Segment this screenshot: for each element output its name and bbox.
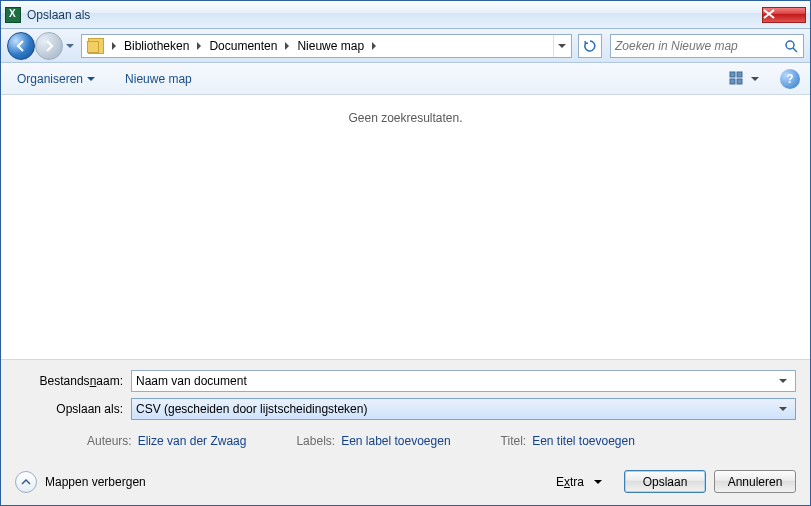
chevron-down-icon (594, 478, 602, 486)
labels-value[interactable]: Een label toevoegen (341, 434, 450, 448)
chevron-right-icon (370, 42, 378, 50)
filename-label: Bestandsnaam: (15, 374, 131, 388)
save-button[interactable]: Opslaan (624, 470, 706, 493)
chevron-down-icon (751, 75, 759, 83)
save-as-dialog: Opslaan als Bibliotheken Documenten Nieu… (0, 0, 811, 506)
new-folder-button[interactable]: Nieuwe map (119, 68, 198, 90)
saveas-value: CSV (gescheiden door lijstscheidingsteke… (136, 402, 775, 416)
breadcrumb-nieuwe-map[interactable]: Nieuwe map (293, 35, 368, 57)
cancel-button-label: Annuleren (728, 475, 783, 489)
help-icon: ? (786, 72, 793, 86)
close-icon (763, 9, 775, 19)
labels-label: Labels: (296, 434, 335, 448)
svg-rect-2 (730, 72, 735, 77)
authors-meta: Auteurs: Elize van der Zwaag (87, 434, 246, 448)
filename-input[interactable] (136, 374, 775, 388)
svg-line-1 (793, 48, 797, 52)
authors-value[interactable]: Elize van der Zwaag (138, 434, 247, 448)
chevron-down-icon (779, 377, 787, 385)
new-folder-label: Nieuwe map (125, 72, 192, 86)
labels-meta: Labels: Een label toevoegen (296, 434, 450, 448)
saveas-dropdown[interactable] (775, 405, 791, 413)
address-bar[interactable]: Bibliotheken Documenten Nieuwe map (81, 34, 572, 58)
breadcrumb-label: Nieuwe map (297, 39, 364, 53)
title-value[interactable]: Een titel toevoegen (532, 434, 635, 448)
recent-locations-dropdown[interactable] (63, 32, 77, 60)
extra-label: Extra (556, 475, 584, 489)
address-dropdown[interactable] (553, 35, 569, 57)
dialog-footer: Mappen verbergen Extra Opslaan Annuleren (1, 460, 810, 505)
title-meta: Titel: Een titel toevoegen (501, 434, 635, 448)
titlebar: Opslaan als (1, 1, 810, 29)
excel-icon (5, 7, 21, 23)
saveas-label: Opslaan als: (15, 402, 131, 416)
saveas-row: Opslaan als: CSV (gescheiden door lijsts… (15, 398, 796, 420)
organize-label: Organiseren (17, 72, 83, 86)
organize-menu[interactable]: Organiseren (11, 68, 101, 90)
nav-buttons (7, 32, 77, 60)
search-input[interactable] (615, 39, 783, 53)
saveas-field[interactable]: CSV (gescheiden door lijstscheidingsteke… (131, 398, 796, 420)
breadcrumb-documenten[interactable]: Documenten (205, 35, 281, 57)
breadcrumb-label: Documenten (209, 39, 277, 53)
arrow-right-icon (42, 39, 56, 53)
chevron-right-icon (283, 42, 291, 50)
arrow-left-icon (14, 39, 28, 53)
chevron-down-icon (779, 405, 787, 413)
title-label: Titel: (501, 434, 527, 448)
search-icon[interactable] (783, 39, 799, 53)
forward-button[interactable] (35, 32, 63, 60)
svg-rect-5 (737, 79, 742, 84)
close-button[interactable] (762, 7, 806, 23)
svg-rect-4 (730, 79, 735, 84)
breadcrumb-bibliotheken[interactable]: Bibliotheken (120, 35, 193, 57)
filename-field[interactable] (131, 370, 796, 392)
chevron-down-icon (558, 42, 566, 50)
hide-folders-icon-circle (15, 471, 37, 493)
back-button[interactable] (7, 32, 35, 60)
chevron-down-icon (87, 75, 95, 83)
chevron-right-icon (195, 42, 203, 50)
file-list-area: Geen zoekresultaten. (1, 95, 810, 359)
filename-dropdown[interactable] (775, 377, 791, 385)
breadcrumb-separator[interactable] (368, 42, 380, 50)
svg-rect-3 (737, 72, 742, 77)
refresh-button[interactable] (578, 34, 602, 58)
toolbar: Organiseren Nieuwe map ? (1, 63, 810, 95)
breadcrumb-label: Bibliotheken (124, 39, 189, 53)
metadata-row: Auteurs: Elize van der Zwaag Labels: Een… (15, 426, 796, 448)
extra-menu[interactable]: Extra (556, 475, 602, 489)
search-box[interactable] (610, 34, 804, 58)
window-title: Opslaan als (27, 8, 762, 22)
breadcrumb-separator[interactable] (193, 42, 205, 50)
empty-results-text: Geen zoekresultaten. (348, 111, 462, 125)
view-options-button[interactable] (726, 68, 762, 90)
chevron-down-icon (66, 42, 74, 50)
refresh-icon (583, 39, 597, 53)
help-button[interactable]: ? (780, 69, 800, 89)
filename-row: Bestandsnaam: (15, 370, 796, 392)
breadcrumb-separator[interactable] (281, 42, 293, 50)
chevron-up-icon (21, 477, 31, 487)
breadcrumb-separator[interactable] (108, 42, 120, 50)
save-button-label: Opslaan (643, 475, 688, 489)
hide-folders-label: Mappen verbergen (45, 475, 146, 489)
view-grid-icon (729, 71, 747, 87)
save-fields-panel: Bestandsnaam: Opslaan als: CSV (gescheid… (1, 359, 810, 460)
cancel-button[interactable]: Annuleren (714, 470, 796, 493)
folder-icon (88, 38, 104, 54)
hide-folders-toggle[interactable]: Mappen verbergen (15, 471, 146, 493)
svg-point-0 (786, 41, 794, 49)
authors-label: Auteurs: (87, 434, 132, 448)
navigation-bar: Bibliotheken Documenten Nieuwe map (1, 29, 810, 63)
chevron-right-icon (110, 42, 118, 50)
